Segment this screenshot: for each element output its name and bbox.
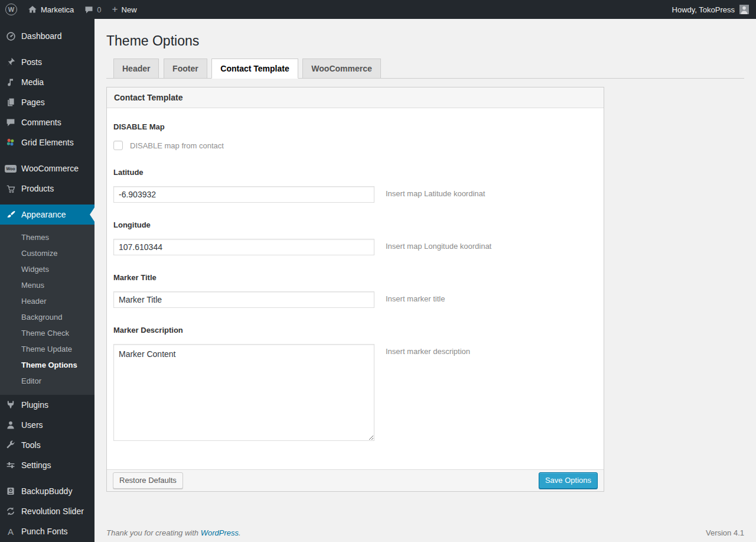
cart-icon bbox=[5, 183, 17, 194]
submenu-item-theme-check[interactable]: Theme Check bbox=[0, 325, 94, 341]
marker-description-hint: Insert marker description bbox=[386, 344, 470, 356]
disable-map-label: DISABLE Map bbox=[113, 122, 597, 131]
paintbrush-icon bbox=[5, 209, 17, 220]
wrench-icon bbox=[5, 439, 17, 451]
sidebar-item-label: Comments bbox=[21, 118, 61, 127]
wordpress-link[interactable]: WordPress bbox=[201, 528, 239, 537]
submenu-item-editor[interactable]: Editor bbox=[0, 373, 94, 389]
sliders-icon bbox=[5, 459, 17, 471]
save-options-button[interactable]: Save Options bbox=[539, 472, 598, 489]
page-footer: Thank you for creating with WordPress. V… bbox=[106, 528, 744, 542]
marker-title-hint: Insert marker title bbox=[386, 291, 445, 303]
letter-a-icon: A bbox=[5, 525, 17, 537]
tab-woocommerce[interactable]: WooCommerce bbox=[302, 59, 380, 79]
marker-title-label: Marker Title bbox=[113, 273, 597, 282]
sidebar-item-label: Posts bbox=[21, 57, 42, 67]
new-menu[interactable]: + New bbox=[107, 0, 142, 19]
sidebar-item-label: Grid Elements bbox=[21, 138, 74, 147]
page-title: Theme Options bbox=[106, 33, 744, 50]
submenu-item-themes[interactable]: Themes bbox=[0, 229, 94, 245]
pin-icon bbox=[5, 56, 17, 68]
sidebar-item-label: Revolution Slider bbox=[21, 507, 84, 516]
panel-body: DISABLE Map DISABLE map from contact Lat… bbox=[107, 108, 604, 469]
wordpress-logo-icon: W bbox=[5, 4, 17, 15]
tab-header[interactable]: Header bbox=[113, 59, 159, 79]
main-content: Theme Options Header Footer Contact Temp… bbox=[94, 0, 756, 542]
sidebar-item-dashboard[interactable]: Dashboard bbox=[0, 26, 94, 46]
disable-map-checkbox-label[interactable]: DISABLE map from contact bbox=[130, 141, 224, 150]
sidebar-item-revolution-slider[interactable]: Revolution Slider bbox=[0, 501, 94, 521]
site-name-label: Marketica bbox=[41, 5, 74, 14]
sidebar-item-label: Pages bbox=[21, 98, 45, 107]
sidebar-item-label: Appearance bbox=[21, 210, 66, 219]
latitude-hint: Insert map Latitude koordinat bbox=[386, 186, 485, 198]
comment-count: 0 bbox=[97, 5, 101, 14]
submenu-item-background[interactable]: Background bbox=[0, 309, 94, 325]
tab-bar: Header Footer Contact Template WooCommer… bbox=[106, 59, 744, 79]
sidebar-item-users[interactable]: Users bbox=[0, 415, 94, 435]
submenu-item-theme-update[interactable]: Theme Update bbox=[0, 341, 94, 357]
marker-description-field: Marker Description Marker Content Insert… bbox=[113, 326, 597, 441]
disable-map-checkbox[interactable] bbox=[113, 141, 123, 150]
comment-bubble-icon bbox=[84, 5, 93, 14]
rotate-arrows-icon bbox=[5, 505, 17, 517]
sidebar-item-settings[interactable]: Settings bbox=[0, 455, 94, 475]
longitude-label: Longitude bbox=[113, 220, 597, 229]
longitude-hint: Insert map Longitude koordinat bbox=[386, 239, 491, 251]
grid-elements-icon bbox=[5, 137, 17, 148]
sidebar-item-plugins[interactable]: Plugins bbox=[0, 395, 94, 415]
sidebar-item-comments[interactable]: Comments bbox=[0, 112, 94, 132]
marker-description-textarea[interactable]: Marker Content bbox=[113, 344, 374, 441]
new-label: New bbox=[122, 5, 137, 14]
tab-contact-template[interactable]: Contact Template bbox=[211, 59, 298, 79]
submenu-item-widgets[interactable]: Widgets bbox=[0, 261, 94, 277]
thanks-suffix: . bbox=[239, 528, 241, 537]
howdy-account-menu[interactable]: Howdy, TokoPress bbox=[667, 0, 749, 19]
restore-defaults-button[interactable]: Restore Defaults bbox=[113, 472, 183, 489]
sidebar-item-tools[interactable]: Tools bbox=[0, 435, 94, 455]
site-name-menu[interactable]: Marketica bbox=[22, 0, 79, 19]
panel-title: Contact Template bbox=[107, 87, 604, 108]
submenu-item-customize[interactable]: Customize bbox=[0, 245, 94, 261]
sidebar-item-punch-fonts[interactable]: A Punch Fonts bbox=[0, 521, 94, 541]
footer-thanks-text: Thank you for creating with WordPress. bbox=[106, 528, 241, 537]
appearance-submenu: Themes Customize Widgets Menus Header Ba… bbox=[0, 225, 94, 395]
submenu-item-header[interactable]: Header bbox=[0, 293, 94, 309]
longitude-input[interactable] bbox=[113, 239, 374, 255]
submenu-item-theme-options[interactable]: Theme Options bbox=[0, 357, 94, 373]
plug-icon bbox=[5, 399, 17, 411]
howdy-label: Howdy, TokoPress bbox=[672, 5, 735, 14]
marker-description-label: Marker Description bbox=[113, 326, 597, 335]
latitude-field: Latitude Insert map Latitude koordinat bbox=[113, 168, 597, 203]
current-menu-arrow bbox=[90, 207, 94, 222]
sidebar-item-woocommerce[interactable]: Woo WooCommerce bbox=[0, 158, 94, 178]
sidebar-item-backupbuddy[interactable]: BackupBuddy bbox=[0, 481, 94, 501]
version-label: Version 4.1 bbox=[706, 528, 744, 537]
sidebar-item-pages[interactable]: Pages bbox=[0, 92, 94, 112]
wordpress-logo-button[interactable]: W bbox=[0, 0, 22, 19]
sidebar-item-media[interactable]: Media bbox=[0, 72, 94, 92]
panel-footer: Restore Defaults Save Options bbox=[107, 469, 604, 491]
latitude-input[interactable] bbox=[113, 186, 374, 203]
music-note-icon bbox=[5, 76, 17, 88]
sidebar-item-label: Punch Fonts bbox=[21, 527, 68, 536]
longitude-field: Longitude Insert map Longitude koordinat bbox=[113, 220, 597, 255]
sidebar-item-appearance[interactable]: Appearance bbox=[0, 205, 94, 225]
sidebar-item-products[interactable]: Products bbox=[0, 178, 94, 199]
sidebar-item-posts[interactable]: Posts bbox=[0, 52, 94, 72]
pages-icon bbox=[5, 96, 17, 108]
plus-icon: + bbox=[112, 1, 118, 18]
sidebar-item-label: BackupBuddy bbox=[21, 486, 72, 496]
user-icon bbox=[5, 419, 17, 431]
marker-title-input[interactable] bbox=[113, 291, 374, 308]
sidebar-item-label: Dashboard bbox=[21, 31, 62, 41]
sidebar-item-label: Users bbox=[21, 420, 43, 430]
thanks-prefix: Thank you for creating with bbox=[106, 528, 201, 537]
submenu-item-menus[interactable]: Menus bbox=[0, 277, 94, 293]
home-icon bbox=[28, 5, 37, 14]
sidebar-item-grid-elements[interactable]: Grid Elements bbox=[0, 132, 94, 152]
comments-menu[interactable]: 0 bbox=[79, 0, 106, 19]
tab-footer[interactable]: Footer bbox=[164, 59, 207, 79]
latitude-label: Latitude bbox=[113, 168, 597, 177]
woocommerce-icon: Woo bbox=[5, 163, 17, 174]
